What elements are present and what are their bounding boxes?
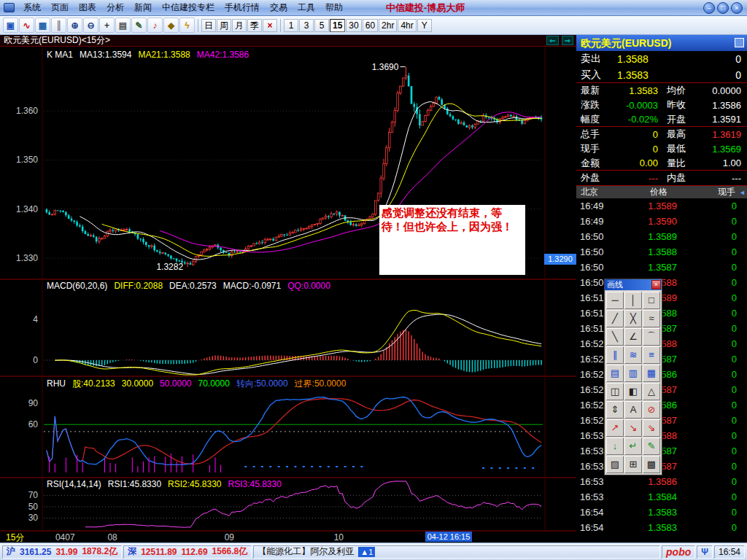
scroll-left-button[interactable]: ⇐ (546, 36, 558, 45)
draw-tool-pattern-box[interactable]: ▩ (643, 456, 660, 473)
draw-tool-split-box[interactable]: ◫ (606, 383, 624, 400)
legend-item: MA21:1.3588 (138, 50, 190, 60)
status-bar: 沪 3161.25 31.99 1878.2亿 深 12511.89 112.6… (0, 542, 747, 560)
app-icon[interactable] (4, 3, 15, 12)
close-button[interactable]: × (731, 2, 743, 14)
menu-item-1[interactable]: 页面 (46, 0, 74, 16)
draw-tool-line-diagonal-down[interactable]: ╲ (606, 328, 624, 346)
draw-icon[interactable]: ✎ (131, 18, 147, 33)
tick-vol: 0 (677, 491, 747, 502)
tick-row: 16:491.35900 (576, 214, 747, 229)
draw-tool-cross-lines[interactable]: ╳ (624, 310, 642, 327)
tick-time: 16:49 (576, 201, 613, 211)
menu-item-5[interactable]: 中信建投专栏 (157, 0, 220, 16)
legend-item: MA13:1.3594 (80, 50, 131, 60)
draw-tool-circle-tool[interactable]: ⊘ (643, 401, 660, 419)
interval-button-30[interactable]: 30 (346, 19, 361, 32)
close-chart-button[interactable]: × (263, 19, 277, 32)
draw-tool-arc-line[interactable]: ⌒ (643, 328, 660, 346)
window-controls: – □ × (703, 2, 747, 14)
sh-index-value: 3161.25 (20, 547, 51, 557)
draw-tool-updown-arrow[interactable]: ⇕ (606, 401, 624, 419)
draw-tool-channel-lines[interactable]: ≋ (624, 346, 642, 364)
interval-button-4hr[interactable]: 4hr (398, 19, 416, 32)
restore-icon[interactable] (735, 38, 744, 47)
period-button-0[interactable]: 日 (201, 19, 216, 32)
trendline-icon[interactable]: ∿ (19, 18, 34, 33)
draw-tool-speed-lines[interactable]: ▦ (643, 365, 660, 382)
draw-tool-angle-line[interactable]: ∠ (624, 328, 642, 346)
print-icon[interactable]: ▤ (115, 18, 131, 33)
user-annotation-note[interactable]: 感觉调整还没有结束，等待！但也许会上，因为强！ (379, 205, 525, 275)
zoom-out-icon[interactable]: ⊖ (83, 18, 98, 33)
draw-tool-arrow-down[interactable]: ↓ (606, 438, 624, 455)
period-button-1[interactable]: 周 (217, 19, 231, 32)
svg-text:4: 4 (33, 314, 38, 324)
chart-area[interactable]: 1.3301.3401.3501.3601.36901.328240906070… (0, 35, 576, 542)
draw-tool-half-box[interactable]: ◧ (624, 383, 642, 400)
draw-tool-line-horizontal[interactable]: ─ (606, 292, 624, 309)
period-button-3[interactable]: 季 (247, 19, 262, 32)
alarm-icon[interactable]: ♪ (147, 18, 163, 33)
collapse-arrow-icon[interactable]: ◄ (735, 189, 747, 196)
menu-item-3[interactable]: 分析 (101, 0, 129, 16)
svg-text:15分: 15分 (6, 532, 24, 542)
kline-icon[interactable]: ║ (51, 18, 66, 33)
draw-tool-line-vertical[interactable]: │ (624, 292, 642, 309)
interval-button-1[interactable]: 1 (284, 19, 298, 32)
draw-tool-cycle-lines[interactable]: ▥ (624, 365, 642, 382)
tick-time: 16:54 (576, 522, 613, 533)
draw-tool-arrow-mark[interactable]: ⇘ (643, 419, 660, 437)
chart-type-icon[interactable]: ▦ (35, 18, 50, 33)
window-icon[interactable]: ▣ (3, 18, 18, 33)
menu-item-9[interactable]: 帮助 (320, 0, 348, 16)
menu-item-6[interactable]: 手机行情 (220, 0, 265, 16)
interval-button-3[interactable]: 3 (299, 19, 314, 32)
scroll-right-button[interactable]: ⇒ (562, 36, 573, 45)
draw-tool-arrow-up-right[interactable]: ↗ (606, 419, 624, 437)
draw-tool-parallel-lines[interactable]: ∥ (606, 346, 624, 364)
interval-button-60[interactable]: 60 (363, 19, 378, 32)
draw-tool-fibonacci-retrace[interactable]: ≡ (643, 346, 660, 364)
interval-button-5[interactable]: 5 (314, 19, 329, 32)
draw-tool-arrow-return[interactable]: ↵ (624, 438, 642, 455)
tick-time: 16:50 (576, 262, 613, 273)
menu-item-2[interactable]: 图表 (74, 0, 101, 16)
menu-item-4[interactable]: 新闻 (129, 0, 157, 16)
draw-palette-close-button[interactable]: × (651, 280, 661, 289)
bidask-vol: 0 (715, 53, 747, 65)
menu-item-8[interactable]: 工具 (293, 0, 320, 16)
stat-label: 昨收 (658, 98, 693, 112)
draw-tool-triangle-tool[interactable]: △ (643, 383, 660, 400)
brand-panel: pobo (662, 545, 695, 559)
draw-tool-rectangle[interactable]: □ (643, 292, 660, 309)
draw-palette-titlebar[interactable]: 画线 × (605, 279, 662, 290)
interval-button-2hr[interactable]: 2hr (379, 19, 397, 32)
period-buttons: 日周月季× (201, 19, 277, 32)
period-button-2[interactable]: 月 (232, 19, 247, 32)
draw-tool-pencil-tool[interactable]: ✎ (643, 438, 660, 455)
tick-vol: 0 (677, 522, 747, 533)
maximize-button[interactable]: □ (717, 2, 729, 14)
interval-buttons: 1351530602hr4hrY (284, 19, 432, 32)
draw-tool-grid-add[interactable]: ⊞ (624, 456, 642, 473)
rhu-legend: RHU股:40.213330.000050.000070.0000转向:50.0… (47, 378, 352, 390)
menu-item-0[interactable]: 系统 (18, 0, 46, 16)
news-ticker-panel[interactable]: 【能源化工】阿尔及利亚 ▲1 (253, 545, 660, 559)
lightning-icon[interactable]: ϟ (179, 18, 195, 33)
interval-button-Y[interactable]: Y (417, 19, 432, 32)
minimize-button[interactable]: – (703, 2, 715, 14)
draw-tool-wave-line[interactable]: ≈ (643, 310, 660, 327)
sz-change-value: 112.69 (182, 547, 208, 557)
draw-tool-text-tool[interactable]: A (624, 401, 642, 419)
menu-item-7[interactable]: 交易 (265, 0, 293, 16)
zoom-in-icon[interactable]: ⊕ (67, 18, 82, 33)
draw-tool-gann-grid[interactable]: ▤ (606, 365, 624, 382)
draw-tool-line-diagonal-up[interactable]: ╱ (606, 310, 624, 327)
draw-tool-eraser-tool[interactable]: ▨ (606, 456, 624, 473)
crosshair-icon[interactable]: + (99, 18, 115, 33)
palette-icon[interactable]: ◆ (163, 18, 179, 33)
interval-button-15[interactable]: 15 (330, 19, 345, 32)
draw-tool-arrow-down-right[interactable]: ↘ (624, 419, 642, 437)
draw-palette-window[interactable]: 画线 × ─│□╱╳≈╲∠⌒∥≋≡▤▥▦◫◧△⇕A⊘↗↘⇘↓↵✎▨⊞▩ (604, 279, 662, 475)
